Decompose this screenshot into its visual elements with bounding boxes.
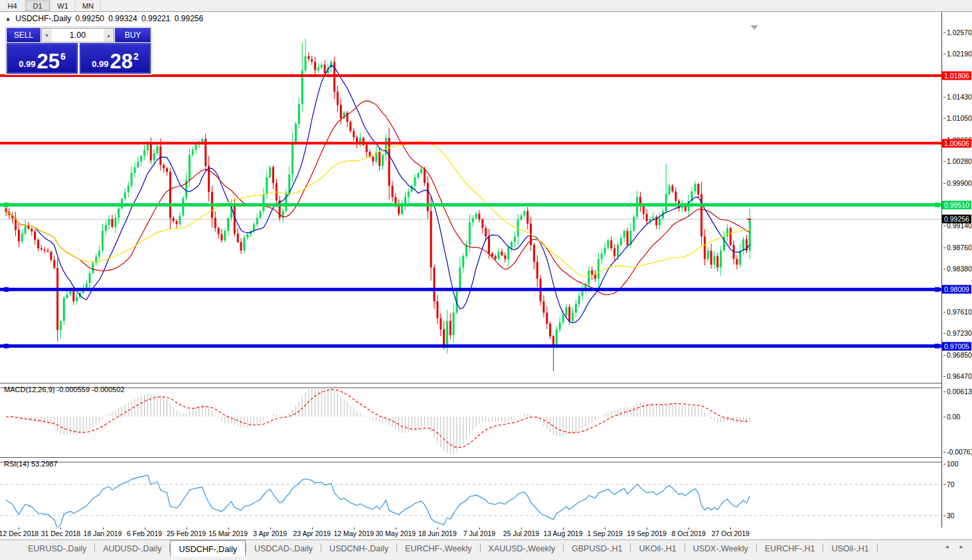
- candle-body: [501, 251, 503, 255]
- chart-tab-usdchf-daily[interactable]: USDCHF-,Daily: [170, 540, 246, 557]
- volume-decrease-icon[interactable]: ▼: [42, 29, 52, 42]
- macd-tick-0.00613: 0.00613: [943, 387, 972, 395]
- candle-body: [140, 156, 142, 162]
- tab-scroll-right-icon[interactable]: ►: [959, 544, 964, 550]
- candle-body: [179, 216, 181, 224]
- candle-body: [730, 228, 732, 245]
- volume-increase-icon[interactable]: ▲: [104, 29, 114, 42]
- hline-handle[interactable]: [935, 287, 939, 292]
- candle-body: [430, 211, 432, 267]
- candle-body: [607, 240, 609, 247]
- hline-handle[interactable]: [4, 344, 9, 348]
- candle-body: [613, 248, 615, 256]
- chart-tab-xauusd-weekly[interactable]: XAUUSD-,Weekly: [481, 540, 563, 555]
- chart-tab-eurchf-h1[interactable]: EURCHF-,H1: [757, 540, 823, 555]
- candle-body: [511, 242, 513, 248]
- chart-shift-icon[interactable]: [750, 25, 758, 30]
- chart-tab-gbpusd-h1[interactable]: GBPUSD-,H1: [564, 540, 630, 555]
- sell-price-panel[interactable]: 0.99 25 6: [7, 43, 78, 74]
- hline-handle[interactable]: [935, 344, 939, 348]
- ohlc-low: 0.99221: [141, 14, 170, 23]
- candle-body: [102, 231, 104, 251]
- tab-scroll-left-icon[interactable]: ◄: [944, 544, 949, 550]
- chart-tab-audusd-daily[interactable]: AUDUSD-,Daily: [95, 540, 169, 555]
- price-tick-0.96470: 0.96470: [943, 372, 972, 380]
- pane-splitter-rsi[interactable]: [0, 457, 972, 462]
- price-badge-0.98009: 0.98009: [942, 285, 971, 294]
- candle-body: [53, 260, 55, 268]
- candle-body: [620, 238, 622, 245]
- candle-body: [108, 219, 110, 225]
- macd-label: MACD(12,26,9) -0.000559 -0.000502: [4, 385, 125, 393]
- timeframe-button-d1[interactable]: D1: [25, 0, 50, 11]
- candle-body: [305, 56, 307, 70]
- candle-body: [131, 173, 133, 186]
- ohlc-high: 0.99324: [108, 14, 137, 23]
- macd-tick-0.00: 0.00: [943, 413, 960, 421]
- candle-body: [742, 240, 744, 251]
- candle-body: [710, 251, 712, 265]
- rsi-value: 53.2987: [31, 460, 58, 468]
- candle-body: [169, 172, 171, 218]
- date-axis[interactable]: 12 Dec 201831 Dec 201818 Jan 20196 Feb 2…: [0, 527, 972, 540]
- date-label: 12 May 2019: [333, 529, 374, 537]
- candle-body: [163, 165, 165, 169]
- candle-body: [434, 267, 436, 301]
- candle-body: [598, 259, 600, 279]
- candle-body: [485, 228, 487, 237]
- chart-tab-ukoil-h1[interactable]: UKOil-,H1: [631, 540, 684, 555]
- candle-body: [517, 220, 519, 237]
- candle-body: [92, 263, 94, 273]
- candle-body: [408, 192, 410, 198]
- timeframe-button-w1[interactable]: W1: [50, 0, 76, 11]
- candle-body: [697, 184, 699, 194]
- pane-splitter-macd[interactable]: [0, 383, 972, 388]
- price-tick-0.98380: 0.98380: [943, 265, 972, 273]
- timeframe-button-mn[interactable]: MN: [76, 0, 101, 11]
- candle-body: [526, 211, 528, 224]
- candle-body: [143, 151, 145, 157]
- chart-tab-usdcnh-daily[interactable]: USDCNH-,Daily: [321, 540, 396, 555]
- candle-body: [475, 214, 477, 218]
- timeframe-button-h4[interactable]: H4: [0, 0, 25, 11]
- trade-panel-collapse-icon[interactable]: ▲: [5, 16, 11, 22]
- candle-body: [112, 219, 114, 227]
- hline-handle[interactable]: [4, 202, 9, 207]
- candle-body: [591, 270, 593, 274]
- candle-body: [671, 186, 673, 192]
- candle-body: [504, 255, 506, 259]
- candle-body: [469, 222, 471, 245]
- chart-tab-usoil-h1[interactable]: USOil-,H1: [823, 540, 876, 555]
- volume-input[interactable]: 1.00: [52, 29, 104, 42]
- buy-price-panel[interactable]: 0.99 28 2: [80, 43, 151, 74]
- candle-body: [465, 245, 467, 256]
- candle-body: [60, 321, 62, 330]
- chart-tab-eurusd-daily[interactable]: EURUSD-,Daily: [20, 540, 94, 555]
- buy-button[interactable]: BUY: [115, 28, 151, 42]
- candle-body: [716, 256, 718, 267]
- sell-button[interactable]: SELL: [7, 28, 40, 42]
- candle-body: [707, 251, 709, 259]
- candle-body: [44, 249, 46, 251]
- hline-handle[interactable]: [4, 287, 9, 292]
- candle-body: [694, 184, 696, 191]
- candle-body: [388, 138, 390, 186]
- moving-average-24: [6, 101, 750, 295]
- candle-body: [462, 256, 464, 267]
- buy-price-prefix: 0.99: [92, 59, 108, 69]
- candle-body: [633, 217, 635, 231]
- chart-tab-eurchf-weekly[interactable]: EURCHF-,Weekly: [397, 540, 479, 555]
- candle-body: [575, 304, 577, 313]
- date-label: 7 Jul 2019: [463, 529, 495, 537]
- rsi-name: RSI(14): [4, 460, 29, 468]
- candle-body: [446, 321, 448, 346]
- chart-tab-usdcad-daily[interactable]: USDCAD-,Daily: [246, 540, 321, 555]
- candle-body: [568, 307, 570, 321]
- price-axis[interactable]: 1.025701.021901.014301.010501.006601.002…: [942, 12, 972, 527]
- hline-handle[interactable]: [935, 202, 939, 207]
- rsi-tick-100: 100: [943, 460, 959, 468]
- chart-tab-usdx-weekly[interactable]: USDX-,Weekly: [685, 540, 756, 555]
- candle-body: [153, 153, 155, 161]
- candle-body: [488, 236, 490, 253]
- buy-price-pip: 2: [133, 51, 139, 62]
